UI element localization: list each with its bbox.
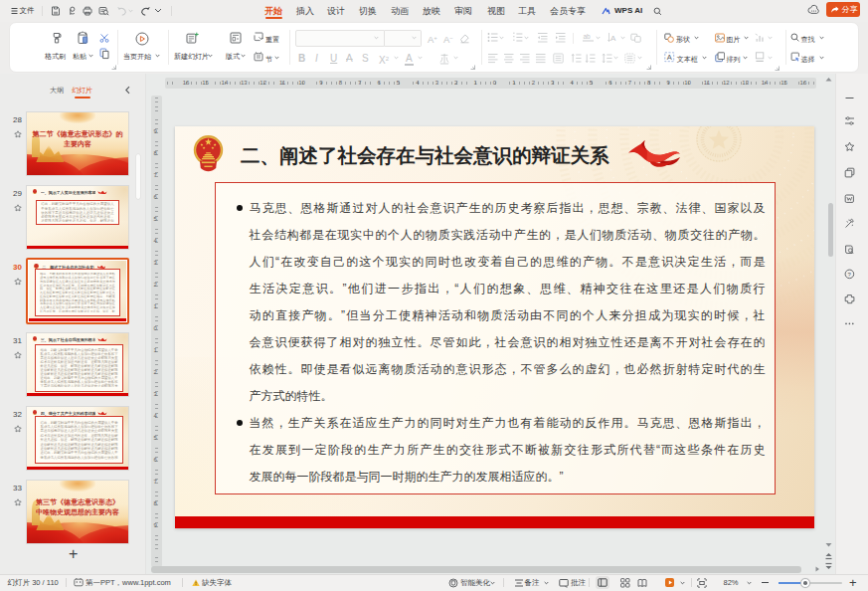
- svg-text:ab: ab: [584, 33, 592, 40]
- svg-text:?: ?: [848, 272, 852, 278]
- svg-text:A: A: [610, 34, 616, 43]
- svg-text:A: A: [667, 53, 672, 62]
